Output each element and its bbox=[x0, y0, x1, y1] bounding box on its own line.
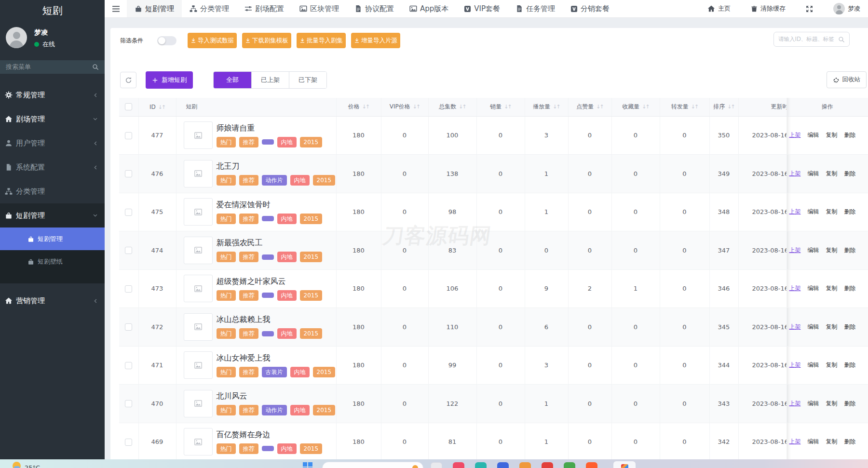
sidebar-item-6[interactable]: 营销管理 bbox=[0, 289, 105, 313]
sidebar-subitem-0[interactable]: 短剧管理 bbox=[0, 227, 105, 250]
row-checkbox[interactable] bbox=[125, 439, 132, 446]
row-checkbox[interactable] bbox=[125, 247, 132, 254]
column-header-shares[interactable]: 转发量↓↑ bbox=[660, 98, 709, 116]
action-publish[interactable]: 上架 bbox=[789, 438, 801, 445]
action-copy[interactable]: 复制 bbox=[826, 132, 838, 138]
action-edit[interactable]: 编辑 bbox=[808, 132, 819, 138]
sidebar-item-0[interactable]: 常规管理 bbox=[0, 83, 105, 107]
column-header-likes[interactable]: 点赞量↓↑ bbox=[568, 98, 611, 116]
start-button[interactable] bbox=[303, 462, 312, 468]
home-link[interactable]: 主页 bbox=[707, 4, 731, 13]
sidebar-item-4[interactable]: 分类管理 bbox=[0, 179, 105, 203]
sort-icon[interactable]: ↓↑ bbox=[459, 104, 465, 110]
sidebar-subitem-1[interactable]: 短剧壁纸 bbox=[0, 250, 105, 273]
nav-tab-5[interactable]: App版本 bbox=[402, 0, 456, 17]
nav-tab-2[interactable]: 剧场配置 bbox=[237, 0, 292, 17]
table-search-input[interactable]: 请输入ID、标题、标签 bbox=[773, 32, 850, 47]
action-edit[interactable]: 编辑 bbox=[808, 285, 819, 292]
row-checkbox[interactable] bbox=[125, 362, 132, 369]
sort-icon[interactable]: ↓↑ bbox=[504, 104, 511, 110]
action-copy[interactable]: 复制 bbox=[826, 361, 838, 368]
column-header-vip[interactable]: VIP价格↓↑ bbox=[381, 98, 428, 116]
drama-thumbnail[interactable] bbox=[184, 390, 213, 417]
sort-icon[interactable]: ↓↑ bbox=[362, 104, 369, 110]
import-button-0[interactable]: 导入测试数据 bbox=[188, 33, 237, 48]
select-all-checkbox[interactable] bbox=[125, 103, 132, 110]
refresh-button[interactable] bbox=[120, 72, 136, 88]
action-edit[interactable]: 编辑 bbox=[808, 208, 819, 215]
action-copy[interactable]: 复制 bbox=[826, 285, 838, 292]
action-delete[interactable]: 删除 bbox=[844, 285, 856, 292]
action-publish[interactable]: 上架 bbox=[789, 323, 801, 330]
nav-tab-4[interactable]: 协议配置 bbox=[347, 0, 402, 17]
action-publish[interactable]: 上架 bbox=[789, 400, 801, 407]
nav-tab-1[interactable]: 分类管理 bbox=[182, 0, 237, 17]
taskbar-app-1[interactable] bbox=[453, 462, 464, 468]
row-checkbox[interactable] bbox=[125, 323, 132, 331]
action-delete[interactable]: 删除 bbox=[844, 323, 856, 330]
drama-thumbnail[interactable] bbox=[184, 237, 213, 264]
action-copy[interactable]: 复制 bbox=[826, 247, 838, 254]
taskbar-app-3[interactable] bbox=[497, 462, 509, 468]
column-header-sort[interactable]: 排序↓↑ bbox=[709, 98, 738, 116]
row-checkbox[interactable] bbox=[125, 170, 132, 177]
fullscreen-button[interactable] bbox=[806, 5, 813, 13]
action-edit[interactable]: 编辑 bbox=[808, 361, 819, 368]
action-copy[interactable]: 复制 bbox=[826, 400, 838, 407]
action-delete[interactable]: 删除 bbox=[844, 132, 856, 138]
nav-tab-6[interactable]: VIP套餐 bbox=[456, 0, 508, 17]
status-tab-0[interactable]: 全部 bbox=[214, 72, 251, 88]
import-button-3[interactable]: 增量导入片源 bbox=[351, 33, 400, 48]
column-header-episodes[interactable]: 总集数↓↑ bbox=[428, 98, 476, 116]
column-header-id[interactable]: ID↓↑ bbox=[138, 98, 176, 116]
taskbar-search[interactable] bbox=[322, 462, 423, 468]
drama-thumbnail[interactable] bbox=[184, 313, 213, 341]
column-header-sales[interactable]: 销量↓↑ bbox=[476, 98, 525, 116]
row-checkbox[interactable] bbox=[125, 209, 132, 216]
action-publish[interactable]: 上架 bbox=[789, 285, 801, 292]
action-delete[interactable]: 删除 bbox=[844, 247, 856, 254]
action-delete[interactable]: 删除 bbox=[844, 208, 856, 215]
action-edit[interactable]: 编辑 bbox=[808, 438, 819, 445]
taskbar-app-4[interactable] bbox=[519, 462, 531, 468]
nav-tab-0[interactable]: 短剧管理 bbox=[127, 0, 182, 17]
sort-icon[interactable]: ↓↑ bbox=[413, 104, 420, 110]
action-publish[interactable]: 上架 bbox=[789, 247, 801, 254]
taskbar-app-5[interactable] bbox=[542, 462, 553, 468]
taskbar-active-app[interactable] bbox=[613, 461, 636, 468]
sort-icon[interactable]: ↓↑ bbox=[727, 104, 734, 110]
sidebar-item-1[interactable]: 剧场管理 bbox=[0, 107, 105, 131]
drama-thumbnail[interactable] bbox=[184, 160, 213, 187]
action-copy[interactable]: 复制 bbox=[826, 208, 838, 215]
action-edit[interactable]: 编辑 bbox=[808, 247, 819, 254]
sidebar-item-5[interactable]: 短剧管理 bbox=[0, 203, 105, 227]
drama-thumbnail[interactable] bbox=[184, 275, 213, 302]
recycle-bin-button[interactable]: 回收站 bbox=[827, 71, 867, 88]
sort-icon[interactable]: ↓↑ bbox=[642, 104, 649, 110]
sort-icon[interactable]: ↓↑ bbox=[158, 104, 165, 110]
action-publish[interactable]: 上架 bbox=[789, 361, 801, 368]
action-publish[interactable]: 上架 bbox=[789, 170, 801, 177]
action-delete[interactable]: 删除 bbox=[844, 170, 856, 177]
status-tab-2[interactable]: 已下架 bbox=[289, 72, 326, 88]
action-copy[interactable]: 复制 bbox=[826, 438, 838, 445]
action-publish[interactable]: 上架 bbox=[789, 132, 801, 138]
nav-tab-7[interactable]: 任务管理 bbox=[508, 0, 563, 17]
action-publish[interactable]: 上架 bbox=[789, 208, 801, 215]
action-delete[interactable]: 删除 bbox=[844, 400, 856, 407]
row-checkbox[interactable] bbox=[125, 400, 132, 407]
column-header-price[interactable]: 价格↓↑ bbox=[336, 98, 381, 116]
row-checkbox[interactable] bbox=[125, 132, 132, 139]
sidebar-item-3[interactable]: 系统配置 bbox=[0, 155, 105, 179]
status-tab-1[interactable]: 已上架 bbox=[251, 72, 289, 88]
taskbar-app-0[interactable] bbox=[431, 462, 442, 468]
import-button-1[interactable]: 下载剧集模板 bbox=[242, 33, 291, 48]
filter-toggle[interactable] bbox=[157, 36, 176, 45]
sidebar-search-input[interactable]: 搜索菜单 bbox=[0, 60, 105, 74]
action-copy[interactable]: 复制 bbox=[826, 170, 838, 177]
action-delete[interactable]: 删除 bbox=[844, 438, 856, 445]
action-edit[interactable]: 编辑 bbox=[808, 400, 819, 407]
taskbar-app-2[interactable] bbox=[475, 462, 487, 468]
sort-icon[interactable]: ↓↑ bbox=[691, 104, 698, 110]
weather-widget[interactable]: 25°C bbox=[13, 462, 40, 468]
